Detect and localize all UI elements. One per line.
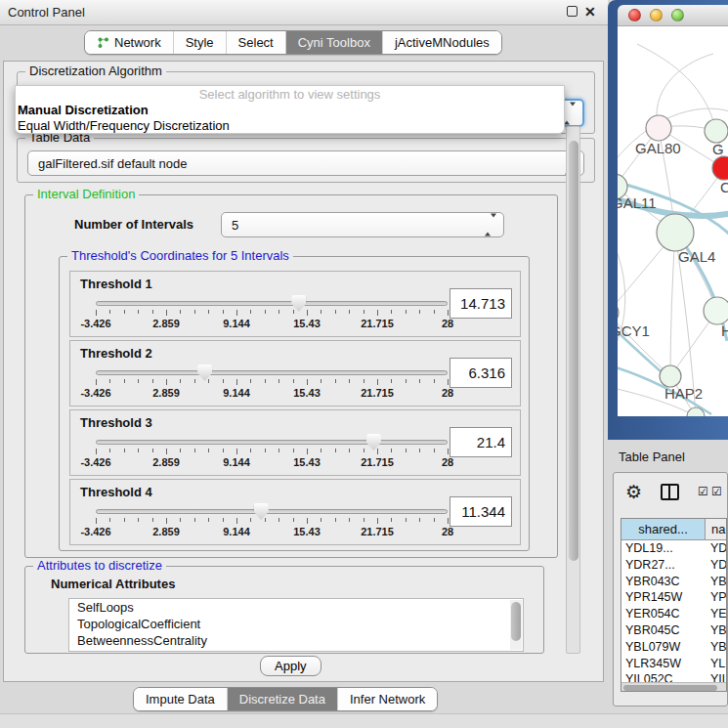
network-canvas[interactable]: GAL80 G C GAL11 GAL4 GCY1 H HAP2 <box>618 26 728 416</box>
table-row[interactable]: YBR043CYBR0 <box>621 574 726 590</box>
slider-track[interactable] <box>96 370 448 375</box>
slider-track[interactable] <box>96 509 448 514</box>
settings-scrollbar-thumb[interactable] <box>569 141 578 561</box>
cell-name[interactable]: YPR1 <box>706 589 726 606</box>
node-g[interactable] <box>705 119 728 143</box>
cell-shared-name[interactable]: YBL079W <box>621 639 706 656</box>
settings-viewport: Interval Definition Number of Intervals … <box>17 187 566 654</box>
dropdown-placeholder-item[interactable]: Select algorithm to view settings <box>16 86 564 103</box>
threshold-value-field[interactable]: 14.713 <box>450 288 512 319</box>
number-of-intervals-combobox[interactable]: 5 <box>221 212 504 237</box>
zoom-traffic-light-icon[interactable] <box>671 9 684 21</box>
network-icon <box>97 36 109 49</box>
tab-infer-network[interactable]: Infer Network <box>337 688 437 710</box>
algorithm-dropdown-popup: Select algorithm to view settings Manual… <box>15 85 565 134</box>
attribute-item-betweennesscentrality[interactable]: BetweennessCentrality <box>69 632 523 649</box>
table-row[interactable]: YDL19...YDL1 <box>621 540 726 557</box>
column-layout-icon[interactable] <box>661 484 679 500</box>
cell-name[interactable]: YBR0 <box>706 622 726 639</box>
close-icon[interactable]: ✕ <box>584 4 596 20</box>
tab-cyni-toolbox[interactable]: Cyni Toolbox <box>285 31 382 54</box>
cell-shared-name[interactable]: YBR043C <box>621 574 706 590</box>
checkbox-icon[interactable]: ☑ <box>711 485 722 498</box>
table-row[interactable]: YDR27...YDR2 <box>621 557 726 574</box>
threshold-panel-1: Threshold 1-3.4262.8599.14415.4321.71528… <box>69 271 521 337</box>
node-gal80[interactable] <box>646 115 671 141</box>
thresholds-group: Threshold's Coordinates for 5 Intervals … <box>59 256 530 551</box>
threshold-value-field[interactable]: 21.4 <box>450 427 512 457</box>
tick-label: 2.859 <box>152 387 180 399</box>
settings-scrollbar[interactable] <box>566 126 580 654</box>
slider-track[interactable] <box>96 301 448 306</box>
panel-title: Control Panel <box>8 5 85 20</box>
column-header-name[interactable]: na <box>706 519 726 539</box>
cell-shared-name[interactable]: YBR045C <box>621 622 706 639</box>
cell-name[interactable]: YDL1 <box>706 540 726 557</box>
threshold-label: Threshold 4 <box>80 485 152 499</box>
tick-label: 21.715 <box>361 526 394 537</box>
cell-shared-name[interactable]: YPR145W <box>621 589 706 606</box>
attribute-item-selfloops[interactable]: SelfLoops <box>69 599 523 616</box>
slider-ticks <box>96 449 448 455</box>
tick-label: 28 <box>442 387 453 399</box>
tab-style[interactable]: Style <box>173 31 226 54</box>
threshold-value-field[interactable]: 6.316 <box>450 358 512 388</box>
slider-ticks <box>96 379 448 386</box>
table-data-combobox[interactable]: galFiltered.sif default node <box>27 150 584 176</box>
cell-name[interactable]: YLR3 <box>706 656 726 672</box>
table-hscrollbar-thumb[interactable] <box>623 685 717 691</box>
cell-shared-name[interactable]: YDR27... <box>621 557 706 574</box>
attributes-scrollbar-thumb[interactable] <box>511 602 521 641</box>
tab-jactivemnodules[interactable]: jActiveMNodules <box>382 31 501 54</box>
cell-name[interactable]: YBR0 <box>706 574 726 590</box>
minimize-traffic-light-icon[interactable] <box>650 9 663 21</box>
cell-shared-name[interactable]: YLR345W <box>621 656 706 672</box>
interval-definition-title: Interval Definition <box>33 188 139 201</box>
gear-icon[interactable]: ⚙ <box>625 481 642 503</box>
node-gcy1[interactable] <box>618 302 619 323</box>
node-h[interactable] <box>704 297 728 324</box>
table-row[interactable]: YBL079WYBL0 <box>621 639 726 656</box>
attribute-item-topologicalcoefficient[interactable]: TopologicalCoefficient <box>69 616 523 632</box>
cell-shared-name[interactable]: YDL19... <box>621 540 706 557</box>
control-panel-titlebar: Control Panel ✕ <box>0 0 608 25</box>
tab-impute-data[interactable]: Impute Data <box>134 688 227 710</box>
slider-track[interactable] <box>96 440 448 445</box>
numerical-attributes-label: Numerical Attributes <box>51 577 175 591</box>
attributes-scrollbar[interactable] <box>510 600 522 650</box>
table-row[interactable]: YPR145WYPR1 <box>621 589 726 606</box>
cell-name[interactable]: YDR2 <box>706 557 726 574</box>
tab-network[interactable]: Network <box>85 31 173 54</box>
threshold-panel-2: Threshold 2-3.4262.8599.14415.4321.71528… <box>69 340 521 407</box>
tick-label: 21.715 <box>361 387 394 399</box>
tick-label: 9.144 <box>223 526 250 537</box>
number-of-intervals-value: 5 <box>232 218 238 233</box>
threshold-value-field[interactable]: 11.344 <box>450 496 512 527</box>
table-row[interactable]: YBR045CYBR0 <box>621 622 726 639</box>
table-horizontal-scrollbar[interactable] <box>621 682 726 691</box>
tab-select[interactable]: Select <box>226 31 285 54</box>
checkbox-icon[interactable]: ☑ <box>698 485 708 498</box>
tab-discretize-data[interactable]: Discretize Data <box>227 688 337 710</box>
tab-label: Style <box>186 35 214 50</box>
cell-name[interactable]: YBL0 <box>706 639 726 656</box>
column-header-shared-name[interactable]: shared... <box>621 519 706 539</box>
cell-name[interactable]: YER0 <box>706 606 726 622</box>
node-hap2[interactable] <box>660 365 681 387</box>
node-red[interactable] <box>712 156 728 180</box>
dropdown-option-equal-width-frequency-discretization[interactable]: Equal Width/Frequency Discretization <box>16 118 564 134</box>
thresholds-group-title: Threshold's Coordinates for 5 Intervals <box>67 249 293 263</box>
tick-label: 15.43 <box>293 387 321 399</box>
network-window-titlebar <box>618 5 728 26</box>
interval-definition-group: Interval Definition Number of Intervals … <box>24 194 558 558</box>
cell-shared-name[interactable]: YER054C <box>621 606 706 622</box>
numerical-attributes-list[interactable]: SelfLoopsTopologicalCoefficientBetweenne… <box>68 598 524 652</box>
dropdown-option-manual-discretization[interactable]: Manual Discretization <box>16 103 564 118</box>
table-row[interactable]: YLR345WYLR3 <box>621 656 726 672</box>
apply-button[interactable]: Apply <box>260 656 321 676</box>
table-row[interactable]: YER054CYER0 <box>621 606 726 622</box>
node-gal4[interactable] <box>657 214 694 251</box>
float-window-icon[interactable] <box>567 6 578 17</box>
tick-label: 28 <box>442 526 453 537</box>
close-traffic-light-icon[interactable] <box>628 9 641 21</box>
